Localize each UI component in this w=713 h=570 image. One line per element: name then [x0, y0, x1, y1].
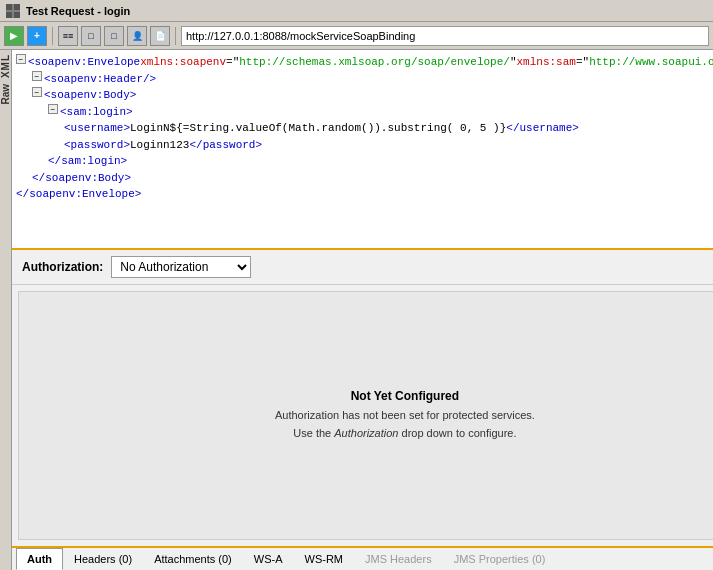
add-button[interactable]: + [27, 26, 47, 46]
tab-wsa[interactable]: WS-A [243, 548, 294, 570]
xml-line-4: − <sam:login> [16, 104, 713, 121]
app-icon [6, 4, 20, 18]
xml-tab-label[interactable]: XML [0, 54, 11, 78]
url-input[interactable] [181, 26, 709, 46]
auth-desc-italic: Authorization [334, 427, 398, 439]
toolbar-btn-user[interactable]: 👤 [127, 26, 147, 46]
auth-desc-line2-start: Use the [293, 427, 334, 439]
tab-bar: Auth Headers (0) Attachments (0) WS-A WS… [12, 546, 713, 570]
main-area: XML Raw − <soapenv:Envelope xmlns:soapen… [0, 50, 713, 570]
tab-auth[interactable]: Auth [16, 548, 63, 570]
collapse-btn-3[interactable]: − [32, 87, 42, 97]
collapse-btn-1[interactable]: − [16, 54, 26, 64]
auth-panel-desc: Authorization has not been set for prote… [275, 407, 535, 442]
xml-line-9: </soapenv:Envelope> [16, 186, 713, 203]
content-right: − <soapenv:Envelope xmlns:soapenv =" htt… [12, 50, 713, 570]
auth-desc-line2-end: drop down to configure. [398, 427, 516, 439]
toolbar-btn-doc[interactable]: 📄 [150, 26, 170, 46]
title-bar: Test Request - login [0, 0, 713, 22]
toolbar-btn-square1[interactable]: □ [81, 26, 101, 46]
toolbar: ▶ + ≡≡ □ □ 👤 📄 [0, 22, 713, 50]
collapse-btn-2[interactable]: − [32, 71, 42, 81]
xml-line-7: </sam:login> [16, 153, 713, 170]
auth-select[interactable]: No Authorization Basic OAuth 2.0 NTLM [111, 256, 251, 278]
xml-editor[interactable]: − <soapenv:Envelope xmlns:soapenv =" htt… [12, 50, 713, 250]
auth-panel: Not Yet Configured Authorization has not… [18, 291, 713, 540]
xml-line-6: <password> Loginn123 </password> [16, 137, 713, 154]
separator2 [175, 27, 176, 45]
xml-line-2: − <soapenv:Header/> [16, 71, 713, 88]
tab-headers[interactable]: Headers (0) [63, 548, 143, 570]
tab-wsrm[interactable]: WS-RM [294, 548, 355, 570]
toolbar-btn-square2[interactable]: □ [104, 26, 124, 46]
separator [52, 27, 53, 45]
auth-desc-line1: Authorization has not been set for prote… [275, 409, 535, 421]
toolbar-btn-menu[interactable]: ≡≡ [58, 26, 78, 46]
tab-jms-properties: JMS Properties (0) [443, 548, 557, 570]
auth-section: Authorization: No Authorization Basic OA… [12, 250, 713, 285]
svg-rect-2 [6, 12, 12, 18]
xml-line-3: − <soapenv:Body> [16, 87, 713, 104]
auth-panel-title: Not Yet Configured [351, 389, 459, 403]
play-button[interactable]: ▶ [4, 26, 24, 46]
xml-line-8: </soapenv:Body> [16, 170, 713, 187]
svg-rect-1 [14, 4, 20, 10]
xml-sidebar: XML Raw [0, 50, 12, 570]
svg-rect-3 [14, 12, 20, 18]
collapse-btn-4[interactable]: − [48, 104, 58, 114]
raw-tab-label[interactable]: Raw [0, 84, 11, 105]
xml-line-1: − <soapenv:Envelope xmlns:soapenv =" htt… [16, 54, 713, 71]
window-title: Test Request - login [26, 5, 130, 17]
auth-label: Authorization: [22, 260, 103, 274]
svg-rect-0 [6, 4, 12, 10]
tab-jms-headers: JMS Headers [354, 548, 443, 570]
xml-line-5: <username> LoginN${=String.valueOf(Math.… [16, 120, 713, 137]
tab-attachments[interactable]: Attachments (0) [143, 548, 243, 570]
